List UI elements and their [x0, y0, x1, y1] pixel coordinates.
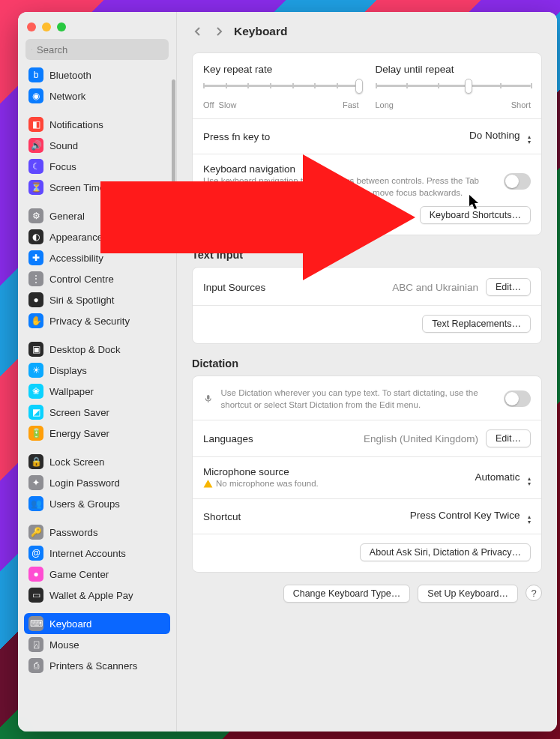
sidebar-icon: 👥 — [28, 496, 43, 511]
setup-keyboard-button[interactable]: Set Up Keyboard… — [418, 585, 518, 603]
sidebar-item-network[interactable]: ◉Network — [24, 85, 170, 106]
sidebar-item-label: Privacy & Security — [49, 316, 130, 327]
sidebar-item-screen-time[interactable]: ⏳Screen Time — [24, 177, 170, 198]
sidebar-item-game-center[interactable]: ●Game Center — [24, 564, 170, 585]
sidebar-icon: 🔒 — [28, 454, 43, 469]
sidebar-item-siri-spotlight[interactable]: ●Siri & Spotlight — [24, 289, 170, 310]
sidebar: bBluetooth◉Network◧Notifications🔊Sound☾F… — [18, 12, 177, 732]
sidebar-item-internet-accounts[interactable]: @Internet Accounts — [24, 543, 170, 564]
sidebar-icon: ▣ — [28, 342, 43, 357]
updown-icon: ▴▾ — [528, 476, 531, 486]
sidebar-item-label: Network — [49, 91, 85, 102]
sidebar-item-label: Wallpaper — [49, 386, 94, 397]
delay-slider[interactable]: Delay until repeat Long Short — [376, 64, 532, 109]
sidebar-item-label: Control Centre — [49, 274, 114, 285]
sidebar-item-label: Energy Saver — [49, 428, 109, 439]
key-repeat-label: Key repeat rate — [203, 64, 359, 75]
sidebar-item-users-groups[interactable]: 👥Users & Groups — [24, 493, 170, 514]
sidebar-icon: b — [28, 67, 43, 82]
sidebar-item-label: Notifications — [49, 119, 103, 130]
sidebar-item-displays[interactable]: ☀Displays — [24, 360, 170, 381]
kbd-nav-toggle[interactable] — [504, 173, 531, 190]
dictation-about-button[interactable]: About Ask Siri, Dictation & Privacy… — [360, 543, 531, 561]
slider-thumb[interactable] — [465, 79, 472, 94]
search-field[interactable] — [25, 39, 169, 60]
forward-button[interactable] — [213, 25, 225, 37]
keyboard-shortcuts-button[interactable]: Keyboard Shortcuts… — [420, 206, 531, 224]
dictation-shortcut-value[interactable]: Press Control Key Twice ▴▾ — [410, 508, 531, 525]
close-window-button[interactable] — [27, 22, 36, 31]
search-input[interactable] — [37, 44, 163, 55]
sidebar-item-login-password[interactable]: ✦Login Password — [24, 472, 170, 493]
sidebar-item-label: Siri & Spotlight — [49, 295, 115, 306]
key-repeat-slider[interactable]: Key repeat rate Off Slow Fast — [203, 64, 359, 109]
dictation-toggle[interactable] — [504, 390, 531, 407]
sidebar-icon: ⎙ — [28, 658, 43, 673]
zoom-window-button[interactable] — [57, 22, 66, 31]
dictation-lang-row: Languages English (United Kingdom) Edit… — [203, 429, 531, 447]
sidebar-item-bluetooth[interactable]: bBluetooth — [24, 64, 170, 85]
sidebar-item-energy-saver[interactable]: 🔋Energy Saver — [24, 423, 170, 444]
sidebar-item-privacy-security[interactable]: ✋Privacy & Security — [24, 310, 170, 331]
sidebar-item-label: Screen Saver — [49, 407, 109, 418]
page-title: Keyboard — [234, 25, 288, 38]
mic-icon — [203, 390, 214, 407]
sidebar-icon: ◧ — [28, 117, 43, 132]
sidebar-item-general[interactable]: ⚙General — [24, 205, 170, 226]
sidebar-item-mouse[interactable]: ⍓Mouse — [24, 634, 170, 655]
dictation-panel: Use Dictation wherever you can type text… — [192, 375, 542, 573]
sidebar-item-screen-saver[interactable]: ◩Screen Saver — [24, 402, 170, 423]
text-replacements-button[interactable]: Text Replacements… — [422, 315, 531, 333]
fn-row: Press fn key to Do Nothing ▴▾ — [203, 128, 531, 145]
window-controls — [18, 19, 176, 39]
sidebar-icon: ☀ — [28, 363, 43, 378]
sidebar-item-sound[interactable]: 🔊Sound — [24, 135, 170, 156]
slider-thumb[interactable] — [355, 79, 363, 94]
sidebar-item-control-centre[interactable]: ⋮Control Centre — [24, 268, 170, 289]
sidebar-icon: ⋮ — [28, 271, 43, 286]
input-sources-edit-button[interactable]: Edit… — [486, 278, 531, 296]
fn-label: Press fn key to — [203, 131, 270, 142]
sidebar-item-accessibility[interactable]: ✚Accessibility — [24, 247, 170, 268]
sidebar-item-label: Bluetooth — [49, 70, 91, 81]
dictation-shortcut-row: Shortcut Press Control Key Twice ▴▾ — [203, 508, 531, 525]
sidebar-item-passwords[interactable]: 🔑Passwords — [24, 522, 170, 543]
sidebar-item-label: Sound — [49, 140, 78, 151]
sidebar-item-keyboard[interactable]: ⌨Keyboard — [24, 613, 170, 634]
back-button[interactable] — [192, 25, 204, 37]
dictation-mic-row: Microphone source No microphone was foun… — [203, 466, 531, 489]
kbd-nav-title: Keyboard navigation — [203, 163, 495, 175]
main-content: Keyboard Key repeat rate Off Slow Fast D… — [177, 12, 557, 732]
sidebar-item-label: Keyboard — [49, 618, 91, 630]
change-keyboard-type-button[interactable]: Change Keyboard Type… — [283, 585, 411, 603]
dictation-lang-edit-button[interactable]: Edit… — [486, 429, 531, 447]
titlebar: Keyboard — [192, 21, 542, 42]
updown-icon: ▴▾ — [528, 134, 531, 145]
sidebar-item-printers-scanners[interactable]: ⎙Printers & Scanners — [24, 655, 170, 676]
sidebar-item-appearance[interactable]: ◐Appearance — [24, 226, 170, 247]
sidebar-item-wallet-apple-pay[interactable]: ▭Wallet & Apple Pay — [24, 585, 170, 606]
sidebar-item-focus[interactable]: ☾Focus — [24, 156, 170, 177]
help-button[interactable]: ? — [526, 585, 542, 601]
sidebar-item-notifications[interactable]: ◧Notifications — [24, 114, 170, 135]
input-sources-value: ABC and Ukrainian — [392, 282, 478, 293]
sidebar-icon: ⏳ — [28, 180, 43, 195]
minimize-window-button[interactable] — [42, 22, 51, 31]
repeat-panel: Key repeat rate Off Slow Fast Delay unti… — [192, 52, 542, 235]
sidebar-item-label: Appearance — [49, 232, 103, 243]
dictation-heading: Dictation — [192, 358, 542, 370]
sidebar-item-desktop-dock[interactable]: ▣Desktop & Dock — [24, 339, 170, 360]
sidebar-item-label: Desktop & Dock — [49, 344, 121, 355]
delay-label: Delay until repeat — [376, 64, 532, 75]
input-sources-row: Input Sources ABC and Ukrainian Edit… — [203, 278, 531, 296]
sidebar-icon: ▭ — [28, 588, 43, 603]
sidebar-icon: 🔑 — [28, 525, 43, 540]
sidebar-icon: ● — [28, 292, 43, 307]
sidebar-item-lock-screen[interactable]: 🔒Lock Screen — [24, 451, 170, 472]
dictation-mic-value[interactable]: Automatic ▴▾ — [475, 470, 531, 486]
fn-value[interactable]: Do Nothing ▴▾ — [469, 128, 531, 145]
sidebar-item-wallpaper[interactable]: ❀Wallpaper — [24, 381, 170, 402]
text-input-heading: Text Input — [192, 249, 542, 261]
sidebar-icon: ⚙ — [28, 208, 43, 223]
sidebar-item-label: Internet Accounts — [49, 548, 126, 559]
